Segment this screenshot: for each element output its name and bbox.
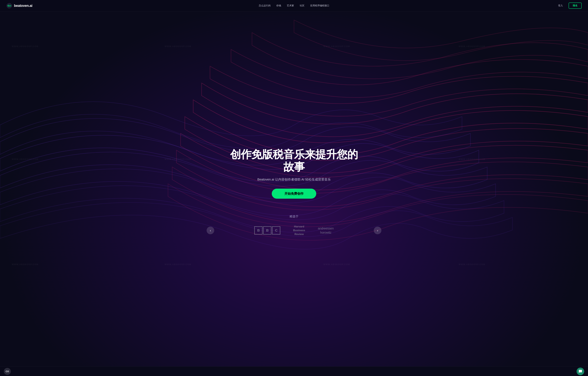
signup-button[interactable]: 报名 (569, 2, 582, 9)
bbc-logo-boxes: B B C (254, 226, 280, 235)
svg-rect-1 (8, 5, 8, 7)
a16z-logo: andreessenhorowitz (318, 226, 334, 235)
bottom-bar: CO (0, 366, 588, 376)
nav-item-pricing[interactable]: 价钱 (276, 4, 281, 7)
featured-label: 精选于 (3, 215, 585, 218)
nav-link-artists[interactable]: 艺术家 (287, 4, 294, 7)
svg-rect-2 (9, 4, 9, 7)
hbr-text: HarvardBusinessReview (293, 225, 305, 236)
svg-rect-4 (10, 5, 11, 7)
featured-section: 精选于 ‹ B B C HarvardBusinessReview (0, 208, 588, 246)
bbc-b1: B (254, 226, 262, 235)
hbr-logo: HarvardBusinessReview (293, 225, 305, 236)
hero-subtitle: Beatoven.ai 让内容创作者借助 AI 轻松生成背景音乐 (226, 177, 362, 182)
brand-name: beatoven.ai (14, 4, 32, 8)
svg-rect-3 (10, 5, 10, 7)
hero-title: 创作免版税音乐来提升您的故事 (226, 148, 362, 173)
hero-content: 创作免版税音乐来提升您的故事 Beatoven.ai 让内容创作者借助 AI 轻… (222, 142, 366, 208)
nav-item-artists[interactable]: 艺术家 (287, 4, 294, 7)
nav-link-how[interactable]: 怎么运行的 (259, 4, 271, 7)
a16z-text: andreessenhorowitz (318, 226, 334, 235)
bbc-logo: B B C (254, 226, 280, 235)
bbc-c: C (272, 226, 280, 235)
co-badge[interactable]: CO (4, 368, 11, 375)
navbar-brand: beatoven.ai (6, 3, 32, 9)
cta-button[interactable]: 开始免费创作 (272, 189, 316, 199)
nav-item-api[interactable]: 应用程序编程接口 (310, 4, 329, 7)
nav-link-pricing[interactable]: 价钱 (276, 4, 281, 7)
logos-row: ‹ B B C HarvardBusinessReview (207, 225, 381, 236)
hero-section: WWW.ABSKOOP.COM WWW.ABSKOOP.COM WWW.ABSK… (0, 0, 588, 376)
nav-link-api[interactable]: 应用程序编程接口 (310, 4, 329, 7)
logos-container: B B C HarvardBusinessReview andreessenho… (214, 225, 374, 236)
hbr-logo-text: HarvardBusinessReview (293, 225, 305, 236)
nav-link-community[interactable]: 社区 (300, 4, 304, 7)
login-button[interactable]: 登入 (556, 3, 566, 8)
nav-item-community[interactable]: 社区 (300, 4, 304, 7)
carousel-next-button[interactable]: › (374, 227, 381, 234)
nav-item-how[interactable]: 怎么运行的 (259, 4, 271, 7)
carousel-prev-button[interactable]: ‹ (207, 227, 214, 234)
navbar-nav: 怎么运行的 价钱 艺术家 社区 应用程序编程接口 (259, 4, 329, 7)
navbar-actions: 登入 报名 (556, 2, 582, 9)
bbc-b2: B (263, 226, 272, 235)
navbar: beatoven.ai 怎么运行的 价钱 艺术家 社区 应用程序编程接口 登入 … (0, 0, 588, 11)
chat-icon (578, 369, 582, 373)
chat-button[interactable] (577, 368, 584, 375)
beatoven-logo-icon (6, 3, 12, 9)
